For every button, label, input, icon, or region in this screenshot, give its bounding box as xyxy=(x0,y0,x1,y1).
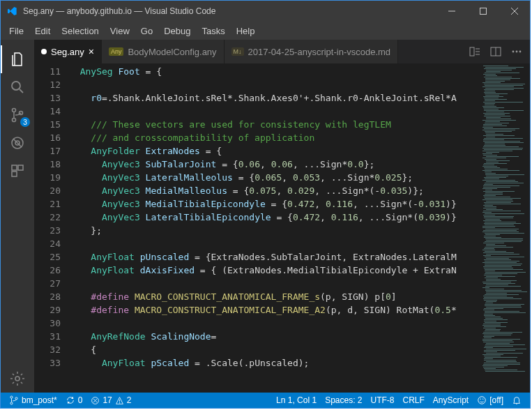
any-badge-icon: Any xyxy=(109,47,124,56)
svg-point-16 xyxy=(10,396,13,398)
svg-point-1 xyxy=(12,82,20,90)
code-content[interactable]: AnySeg Foot = { r0=.Shank.AnkleJoint.sRe… xyxy=(69,63,481,393)
search-icon[interactable] xyxy=(1,73,34,101)
extensions-icon[interactable] xyxy=(1,157,34,185)
window: Seg.any — anybody.github.io — Visual Stu… xyxy=(0,0,531,409)
svg-point-17 xyxy=(10,402,13,404)
status-branch[interactable]: bm_post* xyxy=(5,395,61,405)
svg-point-14 xyxy=(516,51,518,53)
svg-rect-7 xyxy=(12,165,17,170)
menu-debug[interactable]: Debug xyxy=(158,23,196,39)
svg-rect-0 xyxy=(480,8,486,15)
status-eol[interactable]: CRLF xyxy=(399,395,429,405)
minimize-button[interactable] xyxy=(436,1,467,22)
status-problems[interactable]: 17 2 xyxy=(86,395,135,405)
svg-rect-8 xyxy=(18,165,23,170)
window-title: Seg.any — anybody.github.io — Visual Stu… xyxy=(23,6,436,16)
svg-point-13 xyxy=(512,51,515,53)
status-sync[interactable]: 0 xyxy=(61,395,87,405)
tab-seg-any[interactable]: Seg.any × xyxy=(34,40,102,63)
explorer-icon[interactable] xyxy=(1,45,34,73)
svg-point-3 xyxy=(13,119,16,122)
line-gutter: 1112131415161718192021222324252627282930… xyxy=(34,63,69,393)
editor: Seg.any × Any BodyModelConfig.any M↓ 201… xyxy=(34,40,530,393)
close-tab-icon[interactable]: × xyxy=(89,46,94,57)
scm-badge: 3 xyxy=(20,117,30,127)
menu-view[interactable]: View xyxy=(105,23,135,39)
svg-rect-9 xyxy=(12,172,17,176)
svg-point-10 xyxy=(15,377,20,381)
menu-edit[interactable]: Edit xyxy=(29,23,56,39)
md-badge-icon: M↓ xyxy=(231,47,244,56)
menu-go[interactable]: Go xyxy=(135,23,158,39)
tab-label: 2017-04-25-anyscript-in-vscode.md xyxy=(248,47,390,57)
settings-gear-icon[interactable] xyxy=(1,365,34,393)
status-feedback[interactable]: [off] xyxy=(473,395,508,405)
svg-point-21 xyxy=(478,397,486,404)
status-encoding[interactable]: UTF-8 xyxy=(367,395,399,405)
code-area[interactable]: 1112131415161718192021222324252627282930… xyxy=(34,63,530,393)
debug-icon[interactable] xyxy=(1,129,34,157)
maximize-button[interactable] xyxy=(467,1,499,22)
status-indent[interactable]: Spaces: 2 xyxy=(321,395,366,405)
dirty-dot-icon xyxy=(41,49,47,54)
tab-bar: Seg.any × Any BodyModelConfig.any M↓ 201… xyxy=(34,40,530,63)
source-control-icon[interactable]: 3 xyxy=(1,101,34,129)
menu-tasks[interactable]: Tasks xyxy=(196,23,230,39)
svg-point-20 xyxy=(119,402,120,403)
minimap[interactable] xyxy=(481,63,530,393)
split-editor-icon[interactable] xyxy=(488,44,503,59)
svg-point-23 xyxy=(482,399,483,400)
status-language[interactable]: AnyScript xyxy=(429,395,473,405)
tab-bodymodelconfig[interactable]: Any BodyModelConfig.any xyxy=(102,40,225,63)
svg-point-22 xyxy=(480,399,481,400)
compare-changes-icon[interactable] xyxy=(467,44,482,59)
svg-point-15 xyxy=(519,51,522,53)
vscode-logo-icon xyxy=(6,6,17,17)
close-button[interactable] xyxy=(499,1,530,22)
more-actions-icon[interactable] xyxy=(509,44,524,59)
svg-point-18 xyxy=(15,397,17,400)
status-cursor[interactable]: Ln 1, Col 1 xyxy=(272,395,321,405)
status-notifications-icon[interactable] xyxy=(508,395,526,405)
menu-help[interactable]: Help xyxy=(231,23,261,39)
svg-point-2 xyxy=(13,109,16,112)
menubar: File Edit Selection View Go Debug Tasks … xyxy=(1,22,530,40)
activity-bar: 3 xyxy=(1,40,34,393)
tab-label: BodyModelConfig.any xyxy=(128,47,216,57)
menu-selection[interactable]: Selection xyxy=(56,23,104,39)
menu-file[interactable]: File xyxy=(3,23,29,39)
titlebar[interactable]: Seg.any — anybody.github.io — Visual Stu… xyxy=(1,1,530,22)
tab-label: Seg.any xyxy=(51,47,84,57)
svg-rect-11 xyxy=(470,47,474,56)
status-bar: bm_post* 0 17 2 Ln 1, Col 1 Spaces: 2 UT… xyxy=(1,393,530,408)
tab-markdown[interactable]: M↓ 2017-04-25-anyscript-in-vscode.md xyxy=(225,40,398,63)
